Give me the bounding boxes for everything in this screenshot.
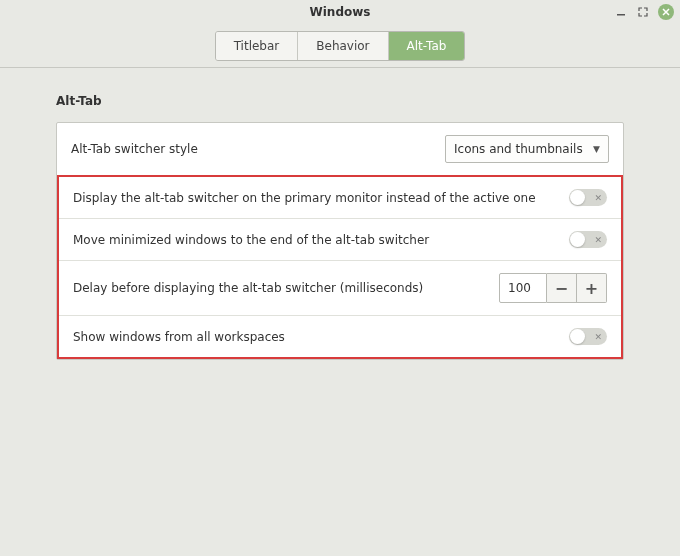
x-icon: ✕: [594, 332, 602, 342]
label-all-workspaces: Show windows from all workspaces: [73, 330, 557, 344]
maximize-button[interactable]: [636, 5, 650, 19]
toolbar: Titlebar Behavior Alt-Tab: [0, 24, 680, 68]
label-switcher-style: Alt-Tab switcher style: [71, 142, 433, 156]
toggle-knob: [570, 329, 585, 344]
minimize-button[interactable]: [614, 5, 628, 19]
tab-behavior[interactable]: Behavior: [298, 32, 388, 60]
svg-rect-0: [617, 14, 625, 16]
row-delay: Delay before displaying the alt-tab swit…: [59, 261, 621, 316]
label-primary-monitor: Display the alt-tab switcher on the prim…: [73, 191, 557, 205]
close-button[interactable]: [658, 4, 674, 20]
tab-titlebar[interactable]: Titlebar: [216, 32, 299, 60]
settings-panel: Alt-Tab switcher style Icons and thumbna…: [56, 122, 624, 360]
x-icon: ✕: [594, 193, 602, 203]
dropdown-value: Icons and thumbnails: [454, 142, 587, 156]
tab-alttab[interactable]: Alt-Tab: [389, 32, 465, 60]
content-area: Alt-Tab Alt-Tab switcher style Icons and…: [0, 68, 680, 556]
row-move-minimized: Move minimized windows to the end of the…: [59, 219, 621, 261]
toggle-primary-monitor[interactable]: ✕: [569, 189, 607, 206]
section-title: Alt-Tab: [56, 94, 624, 108]
toggle-all-workspaces[interactable]: ✕: [569, 328, 607, 345]
window-root: Windows Titlebar Behavior Alt-Tab Alt-Ta…: [0, 0, 680, 556]
row-all-workspaces: Show windows from all workspaces ✕: [59, 316, 621, 357]
spinner-delay: − +: [499, 273, 607, 303]
chevron-down-icon: ▼: [593, 144, 600, 154]
row-primary-monitor: Display the alt-tab switcher on the prim…: [59, 177, 621, 219]
decrement-button[interactable]: −: [547, 273, 577, 303]
increment-button[interactable]: +: [577, 273, 607, 303]
x-icon: ✕: [594, 235, 602, 245]
label-move-minimized: Move minimized windows to the end of the…: [73, 233, 557, 247]
window-titlebar: Windows: [0, 0, 680, 24]
label-delay: Delay before displaying the alt-tab swit…: [73, 281, 487, 295]
row-switcher-style: Alt-Tab switcher style Icons and thumbna…: [57, 123, 623, 176]
window-controls: [614, 4, 674, 20]
toggle-knob: [570, 190, 585, 205]
window-title: Windows: [8, 5, 672, 19]
input-delay[interactable]: [499, 273, 547, 303]
toggle-move-minimized[interactable]: ✕: [569, 231, 607, 248]
dropdown-switcher-style[interactable]: Icons and thumbnails ▼: [445, 135, 609, 163]
toggle-knob: [570, 232, 585, 247]
highlighted-settings: Display the alt-tab switcher on the prim…: [57, 175, 623, 359]
tab-strip: Titlebar Behavior Alt-Tab: [215, 31, 466, 61]
